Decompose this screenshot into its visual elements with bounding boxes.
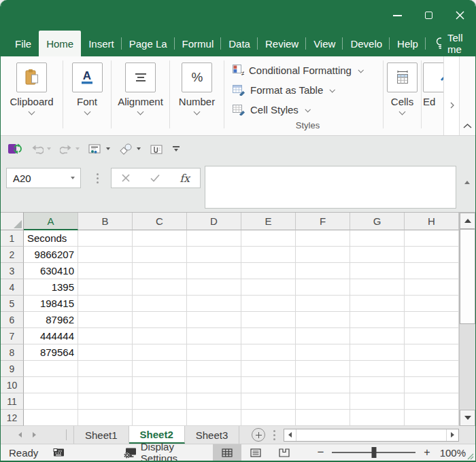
- cell-f5[interactable]: [296, 296, 350, 312]
- row-header-1[interactable]: 1: [1, 230, 24, 247]
- name-box-dropdown-icon[interactable]: [71, 177, 75, 179]
- cell-d1[interactable]: [187, 230, 241, 247]
- cell-f1[interactable]: [296, 230, 350, 247]
- formula-bar-grip[interactable]: [97, 173, 99, 183]
- conditional-formatting-button[interactable]: ≠ Conditional Formatting: [233, 60, 383, 80]
- cell-a6[interactable]: 87962: [24, 312, 78, 328]
- tab-formul[interactable]: Formul: [175, 31, 222, 56]
- cell-a4[interactable]: 1395: [24, 279, 78, 296]
- cell-e5[interactable]: [241, 296, 296, 312]
- cell-g2[interactable]: [350, 247, 405, 263]
- cell-d3[interactable]: [187, 263, 241, 279]
- cell-h3[interactable]: [405, 263, 459, 279]
- page-layout-view-button[interactable]: [241, 444, 270, 461]
- cell-d7[interactable]: [187, 328, 241, 344]
- column-header-h[interactable]: H: [405, 213, 459, 230]
- redo-button[interactable]: [60, 143, 80, 154]
- minimize-button[interactable]: [381, 0, 413, 31]
- column-header-g[interactable]: G: [350, 213, 405, 230]
- expand-formula-bar-icon[interactable]: [464, 181, 470, 184]
- cells-group-button[interactable]: Cells: [384, 56, 421, 135]
- cell-e9[interactable]: [241, 361, 296, 377]
- cell-e12[interactable]: [241, 410, 296, 426]
- enter-icon[interactable]: [150, 174, 160, 182]
- cell-b10[interactable]: [78, 377, 133, 393]
- cell-c3[interactable]: [133, 263, 187, 279]
- cell-c4[interactable]: [133, 279, 187, 296]
- cell-e11[interactable]: [241, 393, 296, 410]
- new-sheet-button[interactable]: [252, 428, 265, 442]
- cell-g11[interactable]: [350, 393, 405, 410]
- cell-d2[interactable]: [187, 247, 241, 263]
- row-header-3[interactable]: 3: [1, 263, 24, 279]
- cell-f2[interactable]: [296, 247, 350, 263]
- column-header-f[interactable]: F: [296, 213, 350, 230]
- cell-e8[interactable]: [241, 344, 296, 361]
- cell-a5[interactable]: 198415: [24, 296, 78, 312]
- cell-h11[interactable]: [405, 393, 459, 410]
- previous-sheet-button[interactable]: [18, 432, 22, 438]
- cell-d9[interactable]: [187, 361, 241, 377]
- cell-styles-button[interactable]: Cell Styles: [233, 100, 383, 120]
- cell-g5[interactable]: [350, 296, 405, 312]
- zoom-slider[interactable]: [332, 452, 415, 453]
- cell-d8[interactable]: [187, 344, 241, 361]
- horizontal-scroll-track[interactable]: [296, 429, 446, 441]
- cell-c9[interactable]: [133, 361, 187, 377]
- cell-d12[interactable]: [187, 410, 241, 426]
- cell-h5[interactable]: [405, 296, 459, 312]
- alignment-group-button[interactable]: Alignment: [112, 56, 169, 135]
- tab-page-la[interactable]: Page La: [122, 31, 175, 56]
- zoom-level[interactable]: 100%: [440, 447, 466, 459]
- scroll-right-button[interactable]: [446, 429, 458, 441]
- normal-view-button[interactable]: [213, 444, 241, 461]
- cell-c11[interactable]: [133, 393, 187, 410]
- cancel-icon[interactable]: [122, 174, 130, 182]
- cell-g8[interactable]: [350, 344, 405, 361]
- font-group-button[interactable]: A Font: [63, 56, 111, 135]
- tab-develo[interactable]: Develo: [343, 31, 390, 56]
- keyboard-button[interactable]: [53, 448, 65, 457]
- cell-d4[interactable]: [187, 279, 241, 296]
- cell-b4[interactable]: [78, 279, 133, 296]
- cell-c1[interactable]: [133, 230, 187, 247]
- cell-b2[interactable]: [78, 247, 133, 263]
- vertical-scroll-thumb[interactable]: [460, 229, 475, 324]
- cell-g10[interactable]: [350, 377, 405, 393]
- column-header-e[interactable]: E: [241, 213, 296, 230]
- cell-b3[interactable]: [78, 263, 133, 279]
- cell-h2[interactable]: [405, 247, 459, 263]
- undo-button[interactable]: [31, 143, 51, 154]
- shapes-button[interactable]: [119, 143, 141, 156]
- row-header-4[interactable]: 4: [1, 279, 24, 296]
- cell-e6[interactable]: [241, 312, 296, 328]
- cell-f6[interactable]: [296, 312, 350, 328]
- tab-home[interactable]: Home: [39, 31, 81, 56]
- cell-d6[interactable]: [187, 312, 241, 328]
- zoom-slider-thumb[interactable]: [371, 447, 376, 458]
- tab-insert[interactable]: Insert: [81, 31, 122, 56]
- resize-grip-icon[interactable]: [466, 452, 475, 461]
- cell-d11[interactable]: [187, 393, 241, 410]
- scroll-down-button[interactable]: [460, 410, 475, 426]
- cell-f10[interactable]: [296, 377, 350, 393]
- cell-b8[interactable]: [78, 344, 133, 361]
- cell-a12[interactable]: [24, 410, 78, 426]
- cell-b12[interactable]: [78, 410, 133, 426]
- row-header-12[interactable]: 12: [1, 410, 24, 426]
- cell-f7[interactable]: [296, 328, 350, 344]
- cell-c5[interactable]: [133, 296, 187, 312]
- cell-h6[interactable]: [405, 312, 459, 328]
- zoom-in-button[interactable]: +: [424, 446, 430, 459]
- select-all-button[interactable]: [1, 213, 24, 230]
- cell-d5[interactable]: [187, 296, 241, 312]
- cell-h7[interactable]: [405, 328, 459, 344]
- cell-e10[interactable]: [241, 377, 296, 393]
- cell-h4[interactable]: [405, 279, 459, 296]
- clipboard-group-button[interactable]: Clipboard: [1, 56, 63, 135]
- display-settings-button[interactable]: Display Settings: [124, 441, 204, 462]
- cell-f3[interactable]: [296, 263, 350, 279]
- next-sheet-button[interactable]: [33, 432, 36, 438]
- cell-f11[interactable]: [296, 393, 350, 410]
- tab-help[interactable]: Help: [390, 31, 426, 56]
